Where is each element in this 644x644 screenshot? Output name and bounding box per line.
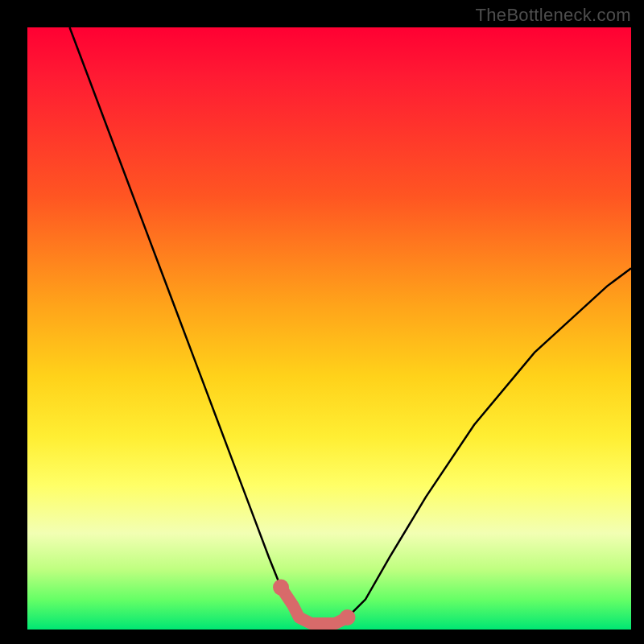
curve-svg-layer (27, 27, 631, 630)
minimum-highlight-segment (281, 588, 348, 624)
highlight-group (273, 580, 356, 625)
highlight-end-dot-1 (340, 609, 356, 625)
curve-group (70, 27, 632, 624)
watermark-text: TheBottleneck.com (476, 5, 631, 26)
gradient-plot-area (27, 27, 631, 630)
highlight-end-dot-0 (273, 580, 289, 596)
bottleneck-curve (70, 27, 632, 624)
outer-black-frame: TheBottleneck.com (0, 0, 644, 644)
